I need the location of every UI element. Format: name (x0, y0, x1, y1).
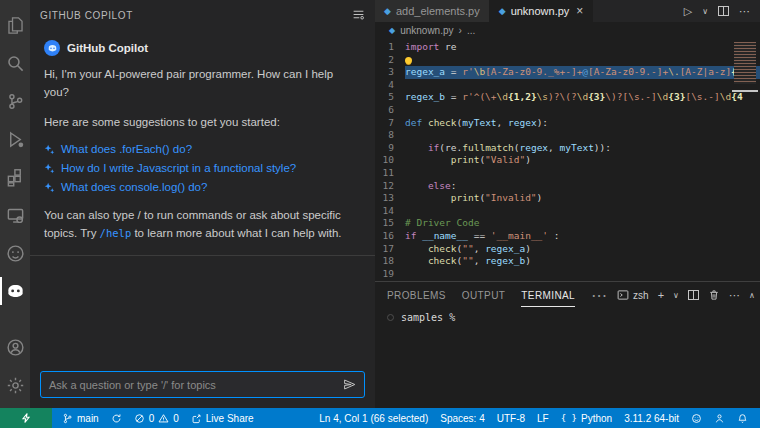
code-line[interactable]: 16if __name__ == '__main__' : (375, 230, 760, 243)
breadcrumb-file[interactable]: unknown.py (400, 25, 453, 36)
line-number[interactable]: 12 (375, 180, 405, 193)
person-icon[interactable] (714, 413, 725, 424)
suggestion-foreach[interactable]: What does .forEach() do? (44, 143, 361, 155)
minimap[interactable] (734, 42, 756, 84)
source-control-icon[interactable] (0, 82, 30, 120)
extensions-icon[interactable] (0, 158, 30, 196)
code-line[interactable]: 8 (375, 129, 760, 142)
panel-more-actions-icon[interactable]: ⋯ (729, 289, 740, 302)
lightbulb-icon[interactable] (405, 57, 412, 64)
live-share-button[interactable]: Live Share (191, 413, 254, 424)
code-line[interactable]: 6 (375, 104, 760, 117)
more-actions-icon[interactable]: ⋯ (739, 5, 750, 18)
send-icon[interactable] (343, 378, 356, 391)
search-icon[interactable] (0, 44, 30, 82)
close-tab-icon[interactable]: × (576, 4, 583, 18)
tab-unknown[interactable]: ◆ unknown.py × (490, 0, 594, 22)
new-terminal-icon[interactable]: + (658, 289, 664, 301)
remote-indicator[interactable] (0, 408, 52, 428)
tab-problems[interactable]: PROBLEMS (387, 284, 446, 306)
line-number[interactable]: 1 (375, 41, 405, 54)
remote-explorer-icon[interactable] (0, 196, 30, 234)
cursor-position[interactable]: Ln 4, Col 1 (66 selected) (319, 413, 428, 424)
code-line[interactable]: 5regex_b = r'^(\+\d{1,2}\s)?\(?\d{3}\)?[… (375, 91, 760, 104)
run-debug-icon[interactable] (0, 120, 30, 158)
python-interpreter[interactable]: 3.11.2 64-bit (624, 413, 679, 424)
code-lines: 1import re23regex_a = r'\b[A-Za-z0-9._%+… (375, 41, 760, 280)
minimap-slider[interactable] (732, 90, 758, 92)
code-line[interactable]: 19 (375, 268, 760, 281)
panel-more-tabs-icon[interactable]: ⋯ (591, 286, 607, 305)
split-terminal-icon[interactable] (688, 290, 699, 300)
sync-indicator[interactable] (111, 413, 122, 424)
code-line[interactable]: 2 (375, 54, 760, 67)
code-line[interactable]: 4 (375, 79, 760, 92)
line-number[interactable]: 5 (375, 91, 405, 104)
maximize-panel-icon[interactable]: ∧ (749, 291, 755, 300)
split-editor-icon[interactable] (718, 6, 729, 16)
notifications-bell-icon[interactable] (737, 413, 748, 424)
copilot-chat-panel: GITHUB COPILOT GitHub Copilot Hi, I'm yo… (30, 0, 375, 408)
code-line[interactable]: 14 (375, 205, 760, 218)
line-number[interactable]: 15 (375, 217, 405, 230)
line-number[interactable]: 6 (375, 104, 405, 117)
code-line[interactable]: 12 else: (375, 180, 760, 193)
tab-label: unknown.py (511, 5, 570, 17)
code-line[interactable]: 10 print("Valid") (375, 154, 760, 167)
accounts-icon[interactable] (0, 328, 30, 366)
breadcrumb-rest[interactable]: ... (467, 25, 475, 36)
remote-icon (20, 412, 32, 424)
run-button[interactable]: ▷ (684, 5, 692, 18)
line-number[interactable]: 3 (375, 66, 405, 79)
settings-gear-icon[interactable] (0, 366, 30, 404)
encoding-setting[interactable]: UTF-8 (497, 413, 525, 424)
explorer-icon[interactable] (0, 6, 30, 44)
terminal-dropdown-icon[interactable]: ∨ (673, 291, 679, 300)
run-dropdown-icon[interactable]: ∨ (702, 7, 708, 16)
suggestion-functional-js[interactable]: How do I write Javascript in a functiona… (44, 162, 361, 174)
feedback-smiley-icon[interactable] (691, 413, 702, 424)
trash-icon[interactable] (708, 289, 720, 301)
line-number[interactable]: 7 (375, 117, 405, 130)
help-command[interactable]: /help (100, 227, 132, 239)
tab-terminal[interactable]: TERMINAL (521, 284, 575, 307)
line-number[interactable]: 4 (375, 79, 405, 92)
line-number[interactable]: 18 (375, 255, 405, 268)
code-line[interactable]: 15# Driver Code (375, 217, 760, 230)
branch-indicator[interactable]: main (62, 413, 99, 424)
shell-selector[interactable]: zsh (617, 289, 649, 301)
code-line[interactable]: 13 print("Invalid") (375, 192, 760, 205)
copilot-icon[interactable] (0, 272, 30, 310)
language-mode[interactable]: { } Python (561, 413, 612, 424)
code-line[interactable]: 18 check("", regex_b) (375, 255, 760, 268)
line-number[interactable]: 19 (375, 268, 405, 281)
code-line[interactable]: 11 (375, 167, 760, 180)
line-number[interactable]: 13 (375, 192, 405, 205)
line-number[interactable]: 9 (375, 142, 405, 155)
chat-author-name: GitHub Copilot (67, 42, 148, 54)
line-number[interactable]: 2 (375, 54, 405, 67)
chat-input[interactable]: Ask a question or type '/' for topics (40, 371, 365, 398)
indent-setting[interactable]: Spaces: 4 (440, 413, 484, 424)
tab-add-elements[interactable]: ◆ add_elements.py (375, 0, 490, 22)
code-line[interactable]: 9 if(re.fullmatch(regex, myText)): (375, 142, 760, 155)
line-number[interactable]: 11 (375, 167, 405, 180)
code-line[interactable]: 3regex_a = r'\b[A-Za-z0-9._%+-]+@[A-Za-z… (375, 66, 760, 79)
code-line[interactable]: 17 check("", regex_a) (375, 243, 760, 256)
code-editor[interactable]: 1import re23regex_a = r'\b[A-Za-z0-9._%+… (375, 38, 760, 281)
terminal-body[interactable]: samples % (375, 308, 760, 327)
tab-output[interactable]: OUTPUT (462, 284, 506, 306)
chat-actions-icon[interactable] (352, 8, 365, 23)
problems-indicator[interactable]: 0 0 (134, 413, 179, 424)
line-number[interactable]: 14 (375, 205, 405, 218)
code-line[interactable]: 7def check(myText, regex): (375, 117, 760, 130)
suggestion-console-log[interactable]: What does console.log() do? (44, 181, 361, 193)
line-number[interactable]: 10 (375, 154, 405, 167)
eol-setting[interactable]: LF (537, 413, 549, 424)
line-number[interactable]: 17 (375, 243, 405, 256)
breadcrumb[interactable]: ◆ unknown.py › ... (375, 22, 760, 38)
code-line[interactable]: 1import re (375, 41, 760, 54)
line-number[interactable]: 8 (375, 129, 405, 142)
line-number[interactable]: 16 (375, 230, 405, 243)
github-icon[interactable] (0, 234, 30, 272)
